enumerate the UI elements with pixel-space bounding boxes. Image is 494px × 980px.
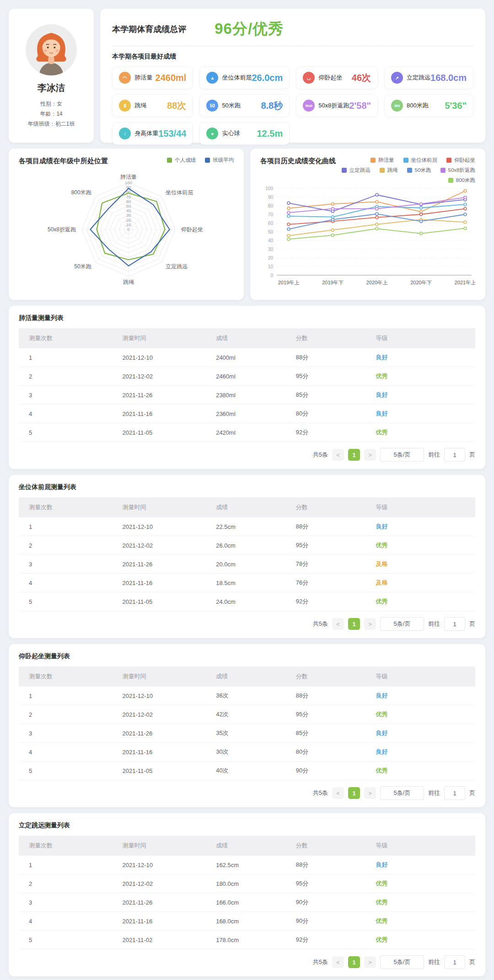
table-row: 42021-11-162360ml80分良好 — [19, 405, 475, 423]
legend-swatch — [448, 178, 453, 183]
best-score-label: 身高体重 — [134, 129, 158, 138]
table-row: 42021-11-1630次80分良好 — [19, 743, 475, 762]
table-cell: 2021-12-02 — [113, 880, 206, 887]
grade-badge: 良好 — [365, 410, 475, 418]
column-header: 等级 — [365, 842, 475, 850]
table-cell: 92分 — [286, 428, 366, 437]
table-cell: 2021-11-26 — [113, 730, 206, 737]
prev-page-button[interactable]: < — [332, 787, 344, 799]
column-header: 分数 — [286, 842, 366, 850]
table-cell: 26.0cm — [206, 542, 286, 549]
next-page-button[interactable]: > — [364, 618, 376, 630]
legend-swatch — [403, 158, 408, 163]
page-number-button[interactable]: 1 — [348, 618, 360, 630]
table-cell: 95分 — [286, 879, 366, 888]
table-cell: 2021-11-16 — [113, 410, 206, 417]
legend-item[interactable]: 50x8折返跑 — [440, 167, 475, 174]
legend-item[interactable]: 50米跑 — [407, 167, 431, 174]
best-score-label: 50x8折返跑 — [318, 101, 349, 110]
table-body: 12021-12-1036次88分良好22021-12-0242次95分优秀32… — [19, 687, 475, 780]
best-scores-subtitle: 本学期各项目最好成绩 — [112, 53, 473, 61]
goto-page-input[interactable]: 1 — [444, 448, 465, 462]
table-row: 42021-11-16168.0cm90分优秀 — [19, 912, 475, 931]
overall-score: 96分/优秀 — [215, 19, 284, 39]
page-size-select[interactable]: 5条/页 — [380, 617, 424, 631]
legend-item[interactable]: 仰卧起坐 — [446, 157, 475, 164]
page-number-button[interactable]: 1 — [348, 956, 360, 968]
next-page-button[interactable]: > — [364, 956, 376, 968]
legend-item[interactable]: 800米跑 — [448, 177, 475, 184]
table-cell: 92分 — [286, 936, 366, 944]
table-cell: 35次 — [206, 729, 286, 737]
table-cell: 2021-11-05 — [113, 598, 206, 605]
prev-page-button[interactable]: < — [332, 618, 344, 630]
goto-label: 前往 — [428, 620, 440, 628]
run-50m-icon: 50 — [206, 100, 218, 112]
pagination: 共5条 < 1 > 5条/页 前往 1 页 — [19, 617, 475, 631]
table-cell: 2021-11-26 — [113, 392, 206, 399]
page-size-select[interactable]: 5条/页 — [380, 786, 424, 800]
table-cell: 1 — [19, 862, 113, 868]
table-title: 立定跳远测量列表 — [19, 821, 475, 830]
legend-item[interactable]: 立定跳远 — [342, 167, 370, 174]
table-cell: 2400ml — [206, 354, 286, 361]
best-score-value: 168.0cm — [430, 73, 467, 83]
legend-swatch — [440, 168, 446, 173]
column-header: 分数 — [286, 672, 366, 681]
legend-item[interactable]: 跳绳 — [380, 167, 398, 174]
table-cell: 88分 — [286, 861, 366, 869]
page-number-button[interactable]: 1 — [348, 787, 360, 799]
line-chart-card: 各项目历史成绩变化曲线 肺活量坐位体前屈仰卧起坐立定跳远跳绳50米跑50x8折返… — [250, 149, 485, 300]
prev-page-button[interactable]: < — [332, 449, 344, 461]
legend-swatch — [167, 158, 172, 163]
goto-label: 前往 — [428, 958, 440, 966]
table-row: 52021-11-02178.0cm92分优秀 — [19, 931, 475, 949]
legend-item[interactable]: 班级平均 — [205, 157, 234, 164]
prev-page-button[interactable]: < — [332, 956, 344, 968]
charts-row: 各项目成绩在年级中所处位置 个人成绩班级平均 01020304050607080… — [9, 149, 485, 300]
next-page-button[interactable]: > — [364, 449, 376, 461]
grade-badge: 优秀 — [365, 597, 475, 606]
pagination: 共5条 < 1 > 5条/页 前往 1 页 — [19, 786, 475, 800]
table-cell: 76分 — [286, 579, 366, 587]
table-cell: 2380ml — [206, 392, 286, 399]
table-cell: 2420ml — [206, 429, 286, 436]
legend-label: 仰卧起坐 — [454, 157, 475, 164]
svg-text:60: 60 — [268, 221, 274, 226]
legend-label: 肺活量 — [378, 157, 394, 164]
situp-icon: ◡ — [303, 72, 315, 84]
table-cell: 178.0cm — [206, 937, 286, 943]
best-score-label: 跳绳 — [134, 101, 146, 110]
goto-page-input[interactable]: 1 — [444, 786, 465, 800]
table-cell: 2021-12-10 — [113, 523, 206, 530]
best-score-item: 8跳绳88次 — [112, 94, 193, 117]
table-cell: 40次 — [206, 767, 286, 775]
table-cell: 2021-12-10 — [113, 862, 206, 868]
legend-item[interactable]: 个人成绩 — [167, 157, 196, 164]
goto-page-input[interactable]: 1 — [444, 617, 465, 631]
table-cell: 1 — [19, 523, 113, 530]
pagination: 共5条 < 1 > 5条/页 前往 1 页 — [19, 955, 475, 969]
svg-text:0: 0 — [127, 227, 129, 232]
goto-page-input[interactable]: 1 — [444, 955, 465, 969]
table-header-row: 测量次数测量时间成绩分数等级 — [19, 497, 475, 517]
legend-item[interactable]: 肺活量 — [370, 157, 394, 164]
svg-text:坐位体前屈: 坐位体前屈 — [165, 189, 193, 196]
table-row: 32021-11-2620.0cm78分及格 — [19, 555, 475, 574]
best-score-item: ▲坐位体前屈26.0cm — [199, 66, 290, 89]
table-cell: 2360ml — [206, 410, 286, 417]
next-page-button[interactable]: > — [364, 787, 376, 799]
page-size-select[interactable]: 5条/页 — [380, 448, 424, 462]
best-score-value: 12.5m — [257, 128, 283, 139]
shuttle-run-icon: 50x8 — [303, 100, 315, 112]
table-cell: 5 — [19, 767, 113, 774]
line-legend: 肺活量坐位体前屈仰卧起坐立定跳远跳绳50米跑50x8折返跑800米跑 — [336, 157, 475, 184]
legend-label: 跳绳 — [387, 167, 398, 174]
column-header: 测量时间 — [113, 842, 206, 850]
legend-label: 坐位体前屈 — [411, 157, 438, 164]
legend-item[interactable]: 坐位体前屈 — [403, 157, 438, 164]
table-row: 22021-12-02180.0cm95分优秀 — [19, 874, 475, 893]
line-chart: 01020304050607080901002019年上2019年下2020年上… — [260, 184, 475, 293]
page-number-button[interactable]: 1 — [348, 449, 360, 461]
page-size-select[interactable]: 5条/页 — [380, 955, 424, 969]
